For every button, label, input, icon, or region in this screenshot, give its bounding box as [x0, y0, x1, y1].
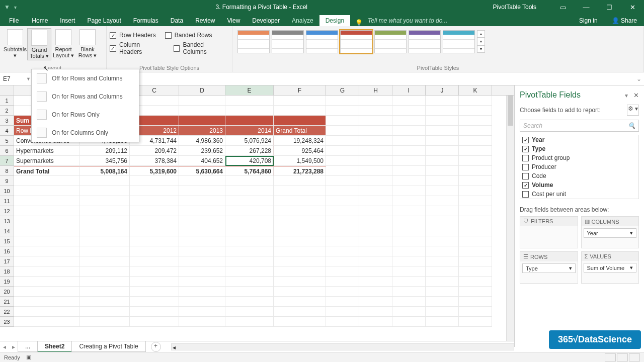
cell[interactable] — [179, 96, 225, 106]
cell[interactable] — [392, 216, 426, 226]
sheet-tab-dots[interactable]: ... — [18, 341, 38, 352]
cell[interactable] — [459, 297, 492, 307]
cell[interactable] — [130, 287, 179, 297]
pane-close-icon[interactable]: ✕ — [633, 92, 639, 99]
cell[interactable] — [274, 297, 326, 307]
share-button[interactable]: 👤 Share — [605, 15, 644, 26]
banded-rows-checkbox[interactable]: Banded Rows — [165, 30, 212, 40]
cell[interactable] — [359, 277, 392, 287]
cell[interactable] — [326, 287, 359, 297]
cell[interactable] — [326, 176, 359, 186]
cell[interactable] — [79, 256, 130, 266]
cell[interactable] — [326, 136, 359, 146]
cell[interactable]: 5,630,664 — [179, 166, 225, 176]
cell[interactable] — [274, 307, 326, 317]
cell[interactable] — [14, 317, 79, 327]
cell[interactable] — [426, 317, 459, 327]
cell[interactable] — [459, 96, 492, 106]
name-box[interactable]: E7▼ — [0, 74, 34, 83]
cell[interactable] — [225, 96, 274, 106]
menu-on-cols-only[interactable]: On for Columns Only — [32, 124, 139, 142]
tab-analyze[interactable]: Analyze — [286, 15, 319, 26]
row-header[interactable]: 11 — [0, 196, 14, 206]
cell[interactable] — [359, 166, 392, 176]
cell[interactable] — [459, 156, 492, 166]
cell[interactable] — [426, 186, 459, 196]
cell[interactable] — [225, 196, 274, 206]
cell[interactable] — [392, 277, 426, 287]
row-header[interactable]: 1 — [0, 96, 14, 106]
cell[interactable] — [459, 287, 492, 297]
cell[interactable] — [326, 277, 359, 287]
cell[interactable] — [326, 96, 359, 106]
cell[interactable] — [392, 246, 426, 256]
gallery-more-icon[interactable]: ▾ — [477, 45, 485, 53]
row-header[interactable]: 21 — [0, 297, 14, 307]
cell[interactable] — [426, 297, 459, 307]
cell[interactable] — [459, 106, 492, 116]
cell[interactable]: 5,076,924 — [225, 136, 274, 146]
add-sheet-button[interactable]: + — [151, 342, 161, 352]
page-layout-view-icon[interactable] — [617, 353, 628, 361]
cell[interactable] — [14, 297, 79, 307]
cell[interactable] — [426, 116, 459, 126]
cell[interactable]: 21,723,288 — [274, 166, 326, 176]
select-all-cell[interactable] — [0, 85, 14, 95]
cell[interactable] — [274, 256, 326, 266]
cell[interactable] — [426, 277, 459, 287]
area-item-year[interactable]: Year▾ — [584, 228, 637, 238]
cell[interactable] — [359, 317, 392, 327]
row-header[interactable]: 20 — [0, 287, 14, 297]
tab-home[interactable]: Home — [26, 15, 54, 26]
cell[interactable] — [459, 317, 492, 327]
cell[interactable] — [14, 307, 79, 317]
sheet-tab-sheet2[interactable]: Sheet2 — [37, 341, 72, 352]
cell[interactable] — [359, 186, 392, 196]
cell[interactable] — [426, 106, 459, 116]
cell[interactable] — [359, 156, 392, 166]
cell[interactable] — [130, 297, 179, 307]
sheet-nav-prev-icon[interactable]: ◂ — [0, 343, 9, 350]
cell[interactable] — [459, 216, 492, 226]
menu-off-rows-cols[interactable]: Off for Rows and Columns — [32, 69, 139, 87]
field-item[interactable]: Product group — [520, 153, 638, 162]
cell[interactable] — [459, 266, 492, 277]
cell[interactable] — [326, 206, 359, 216]
cell[interactable] — [459, 126, 492, 136]
cell[interactable] — [179, 266, 225, 277]
menu-on-rows-cols[interactable]: On for Rows and Columns — [32, 87, 139, 106]
cell[interactable] — [326, 317, 359, 327]
subtotals-button[interactable]: Subtotals▾ — [3, 28, 27, 60]
field-item[interactable]: Type — [520, 144, 638, 153]
cell[interactable] — [326, 307, 359, 317]
cell[interactable] — [225, 206, 274, 216]
close-button[interactable]: ✕ — [621, 0, 644, 14]
cell[interactable] — [359, 196, 392, 206]
cell[interactable] — [392, 116, 426, 126]
cell[interactable] — [459, 196, 492, 206]
column-headers-checkbox[interactable]: Column Headers — [110, 43, 165, 53]
area-item-sum-volume[interactable]: Sum of Volume▾ — [584, 263, 637, 273]
cell[interactable] — [225, 277, 274, 287]
cell[interactable] — [14, 216, 79, 226]
field-item[interactable]: Volume — [520, 180, 638, 190]
cell[interactable] — [426, 126, 459, 136]
cell[interactable] — [274, 226, 326, 236]
style-thumb[interactable] — [443, 30, 475, 53]
cell[interactable] — [459, 236, 492, 246]
cell[interactable] — [426, 256, 459, 266]
cell[interactable] — [274, 236, 326, 246]
cell[interactable] — [459, 146, 492, 156]
cell[interactable] — [14, 226, 79, 236]
style-thumb[interactable] — [374, 30, 407, 53]
banded-columns-checkbox[interactable]: Banded Columns — [174, 43, 229, 53]
cell[interactable] — [459, 256, 492, 266]
autofilter-icon[interactable]: ▼ — [4, 4, 10, 11]
tab-design[interactable]: Design — [319, 15, 350, 26]
cell[interactable] — [426, 166, 459, 176]
cell[interactable] — [326, 216, 359, 226]
cell[interactable] — [79, 307, 130, 317]
cell[interactable]: Hypermarkets — [14, 146, 79, 156]
cell[interactable] — [392, 266, 426, 277]
cell[interactable] — [179, 186, 225, 196]
